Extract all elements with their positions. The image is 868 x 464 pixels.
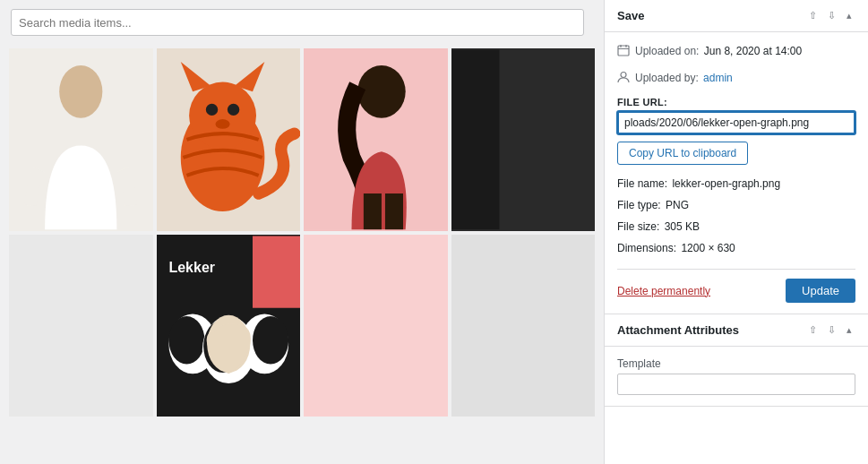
save-panel-header: Save ⇧ ⇩ ▴ bbox=[605, 0, 868, 32]
right-sidebar: Save ⇧ ⇩ ▴ Uploaded on: bbox=[604, 0, 868, 464]
update-button[interactable]: Update bbox=[786, 279, 855, 303]
dimensions-row: Dimensions: 1200 × 630 bbox=[617, 240, 855, 256]
svg-rect-12 bbox=[364, 193, 382, 229]
svg-point-7 bbox=[205, 104, 217, 116]
attachment-attributes-panel: Attachment Attributes ⇧ ⇩ ▴ Template bbox=[605, 314, 868, 407]
media-grid: Lekker bbox=[9, 48, 595, 417]
media-thumb-1[interactable] bbox=[9, 48, 153, 231]
save-panel-down-btn[interactable]: ⇩ bbox=[824, 9, 839, 22]
attachment-panel-header: Attachment Attributes ⇧ ⇩ ▴ bbox=[605, 314, 868, 347]
att-panel-down-btn[interactable]: ⇩ bbox=[824, 323, 839, 337]
search-bar-area bbox=[0, 0, 604, 45]
file-url-label: File URL: bbox=[617, 97, 855, 107]
svg-point-8 bbox=[227, 104, 238, 116]
file-size-row: File size: 305 KB bbox=[617, 219, 855, 235]
media-thumb-5[interactable] bbox=[9, 235, 153, 417]
att-panel-collapse-btn[interactable]: ▴ bbox=[843, 323, 855, 337]
uploaded-on-row: Uploaded on: Jun 8, 2020 at 14:00 bbox=[617, 43, 855, 61]
save-panel-up-btn[interactable]: ⇧ bbox=[805, 9, 821, 22]
actions-row: Delete permanently Update bbox=[617, 269, 855, 303]
uploaded-by-link[interactable]: admin bbox=[703, 72, 733, 84]
template-input[interactable] bbox=[617, 374, 855, 395]
uploaded-on-text: Uploaded on: Jun 8, 2020 at 14:00 bbox=[635, 43, 802, 59]
delete-permanently-button[interactable]: Delete permanently bbox=[617, 285, 710, 297]
attachment-panel-controls: ⇧ ⇩ ▴ bbox=[805, 323, 855, 337]
media-thumb-4[interactable] bbox=[451, 48, 596, 231]
media-area: Lekker bbox=[0, 0, 604, 464]
svg-text:Lekker: Lekker bbox=[168, 258, 215, 274]
save-panel-body: Uploaded on: Jun 8, 2020 at 14:00 Upload… bbox=[605, 32, 868, 314]
svg-rect-15 bbox=[451, 50, 500, 230]
save-panel-title: Save bbox=[617, 9, 644, 22]
uploaded-by-text: Uploaded by: admin bbox=[635, 70, 733, 86]
media-thumb-7[interactable] bbox=[304, 235, 448, 417]
template-label: Template bbox=[617, 357, 855, 370]
search-input[interactable] bbox=[11, 9, 584, 36]
copy-url-button[interactable]: Copy URL to clipboard bbox=[617, 142, 748, 165]
media-thumb-3[interactable] bbox=[304, 48, 448, 231]
att-panel-up-btn[interactable]: ⇧ bbox=[805, 323, 821, 337]
file-name-row: File name: lekker-open-graph.png bbox=[617, 176, 855, 192]
svg-point-4 bbox=[189, 82, 256, 150]
save-panel-collapse-btn[interactable]: ▴ bbox=[843, 9, 855, 22]
svg-point-11 bbox=[357, 65, 406, 118]
file-url-input[interactable] bbox=[617, 111, 855, 134]
svg-point-20 bbox=[168, 316, 204, 365]
svg-point-24 bbox=[253, 316, 288, 365]
file-type-row: File type: PNG bbox=[617, 197, 855, 213]
attachment-panel-title: Attachment Attributes bbox=[617, 323, 739, 337]
media-thumb-8[interactable] bbox=[451, 235, 596, 417]
svg-point-9 bbox=[215, 119, 229, 129]
uploaded-by-row: Uploaded by: admin bbox=[617, 70, 855, 88]
file-url-section: File URL: bbox=[617, 97, 855, 134]
attachment-panel-body: Template bbox=[605, 347, 868, 406]
svg-rect-13 bbox=[385, 193, 403, 229]
svg-point-1 bbox=[59, 65, 102, 118]
svg-rect-26 bbox=[618, 46, 629, 56]
save-panel-controls: ⇧ ⇩ ▴ bbox=[805, 9, 855, 22]
svg-point-30 bbox=[621, 73, 626, 78]
media-thumb-6[interactable]: Lekker bbox=[157, 235, 301, 417]
person-icon bbox=[617, 71, 630, 88]
save-panel: Save ⇧ ⇩ ▴ Uploaded on: bbox=[605, 0, 868, 314]
calendar-icon bbox=[617, 44, 630, 61]
media-thumb-2[interactable] bbox=[157, 48, 301, 231]
svg-rect-17 bbox=[253, 236, 301, 307]
